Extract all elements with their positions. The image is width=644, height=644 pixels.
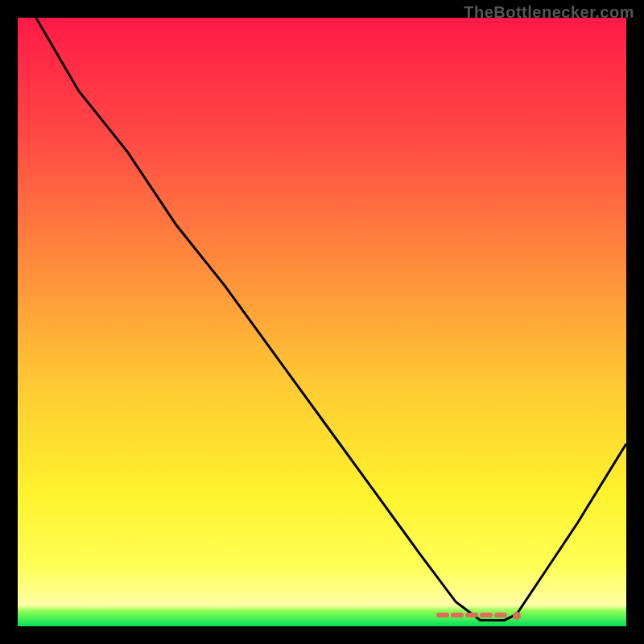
chart-svg [18,18,626,626]
gradient-bg [18,18,626,626]
chart-frame: TheBottleneсker.com [0,0,644,644]
watermark-text: TheBottleneсker.com [464,3,634,22]
chart-plot [18,18,626,626]
highlight-dot [513,612,521,620]
